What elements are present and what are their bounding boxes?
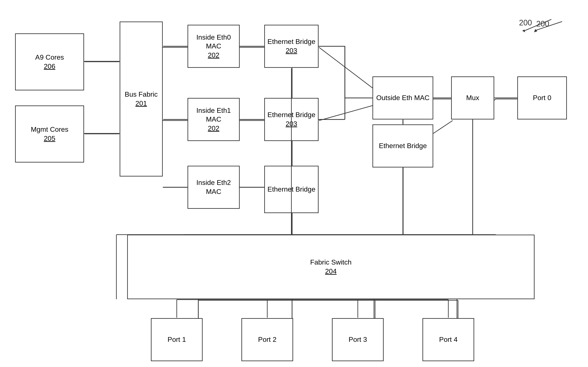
mux-box: Mux	[451, 76, 494, 119]
fabric-switch-sublabel: 204	[325, 267, 337, 276]
fabric-switch-label: Fabric Switch	[310, 258, 352, 267]
inside-eth0-label: Inside Eth0 MAC	[188, 33, 239, 51]
port3-box: Port 3	[332, 318, 384, 361]
mgmt-cores-box: Mgmt Cores 205	[15, 106, 84, 163]
diagram: 200 A9 Cores 206 Mgmt Cores 205 Bus Fabr…	[0, 0, 588, 367]
inside-eth1-mac-box: Inside Eth1 MAC 202	[188, 98, 240, 141]
svg-line-59	[536, 22, 562, 30]
eth-bridge-c-box: Ethernet Bridge	[264, 166, 319, 213]
inside-eth0-mac-box: Inside Eth0 MAC 202	[188, 25, 240, 68]
label-200-text: 200	[519, 18, 532, 27]
outside-eth-mac-label: Outside Eth MAC	[376, 93, 429, 102]
port3-label: Port 3	[348, 335, 367, 344]
svg-line-8	[319, 47, 373, 88]
eth-bridge-203b-label: Ethernet Bridge	[268, 110, 315, 119]
svg-line-9	[319, 106, 373, 121]
eth-bridge-203b-sublabel: 203	[285, 119, 297, 128]
port0-box: Port 0	[517, 76, 567, 119]
eth-bridge-outer-box: Ethernet Bridge	[372, 125, 433, 167]
fabric-switch-box: Fabric Switch 204	[127, 235, 535, 299]
inside-eth1-label: Inside Eth1 MAC	[188, 106, 239, 124]
bus-fabric-sublabel: 201	[135, 99, 147, 108]
eth-bridge-203b-box: Ethernet Bridge 203	[264, 98, 319, 141]
port1-label: Port 1	[167, 335, 186, 344]
bus-fabric-box: Bus Fabric 201	[120, 22, 163, 176]
a9-cores-box: A9 Cores 206	[15, 33, 84, 90]
inside-eth0-sublabel: 202	[208, 51, 219, 60]
inside-eth1-sublabel: 202	[208, 124, 219, 133]
inside-eth2-label: Inside Eth2 MAC	[188, 178, 239, 196]
outside-eth-mac-box: Outside Eth MAC	[372, 76, 433, 119]
port2-box: Port 2	[242, 318, 293, 361]
port0-label: Port 0	[533, 93, 551, 102]
port4-label: Port 4	[439, 335, 457, 344]
inside-eth2-mac-box: Inside Eth2 MAC	[188, 166, 240, 209]
mux-label: Mux	[466, 93, 479, 102]
bus-fabric-label: Bus Fabric	[125, 90, 158, 99]
a9-cores-sublabel: 206	[44, 62, 55, 71]
eth-bridge-203a-sublabel: 203	[285, 46, 297, 55]
port2-label: Port 2	[258, 335, 276, 344]
port1-box: Port 1	[151, 318, 203, 361]
port4-box: Port 4	[423, 318, 474, 361]
eth-bridge-c-label: Ethernet Bridge	[268, 185, 315, 194]
mgmt-cores-sublabel: 205	[44, 134, 55, 143]
a9-cores-label: A9 Cores	[35, 53, 64, 62]
eth-bridge-203a-box: Ethernet Bridge 203	[264, 25, 319, 68]
mgmt-cores-label: Mgmt Cores	[31, 125, 68, 134]
svg-line-21	[433, 121, 453, 133]
svg-marker-60	[534, 29, 537, 32]
eth-bridge-outer-label: Ethernet Bridge	[379, 142, 427, 150]
eth-bridge-203a-label: Ethernet Bridge	[268, 37, 315, 46]
